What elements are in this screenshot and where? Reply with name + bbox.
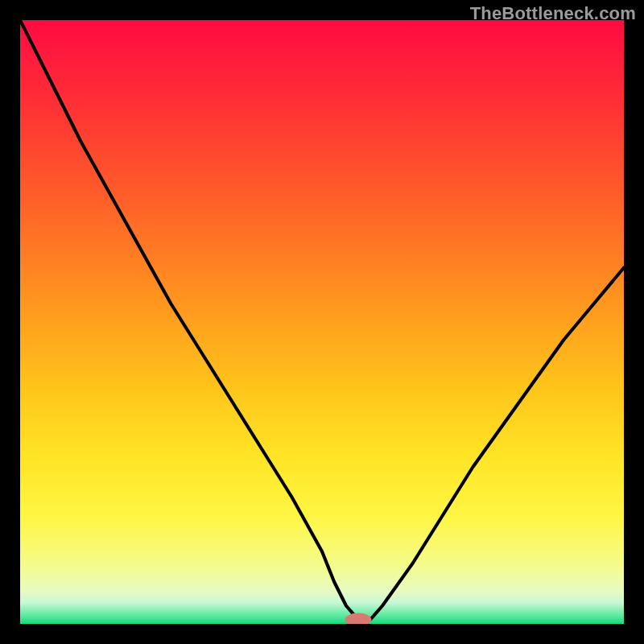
gradient-background	[20, 20, 624, 624]
bottleneck-plot	[20, 20, 624, 624]
chart-frame: TheBottleneck.com	[0, 0, 644, 644]
plot-svg	[20, 20, 624, 624]
